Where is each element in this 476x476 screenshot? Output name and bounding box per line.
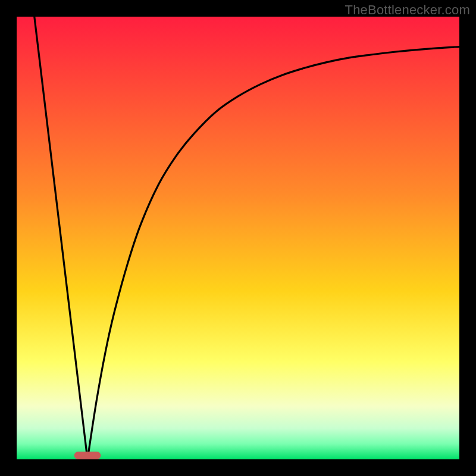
- sweet-spot-marker: [74, 452, 101, 459]
- watermark-text: TheBottlenecker.com: [345, 2, 470, 18]
- chart-frame: TheBottlenecker.com: [0, 0, 476, 476]
- plot-area: [17, 17, 459, 459]
- gradient-background: [17, 17, 459, 459]
- bottleneck-curve-chart: [17, 17, 459, 459]
